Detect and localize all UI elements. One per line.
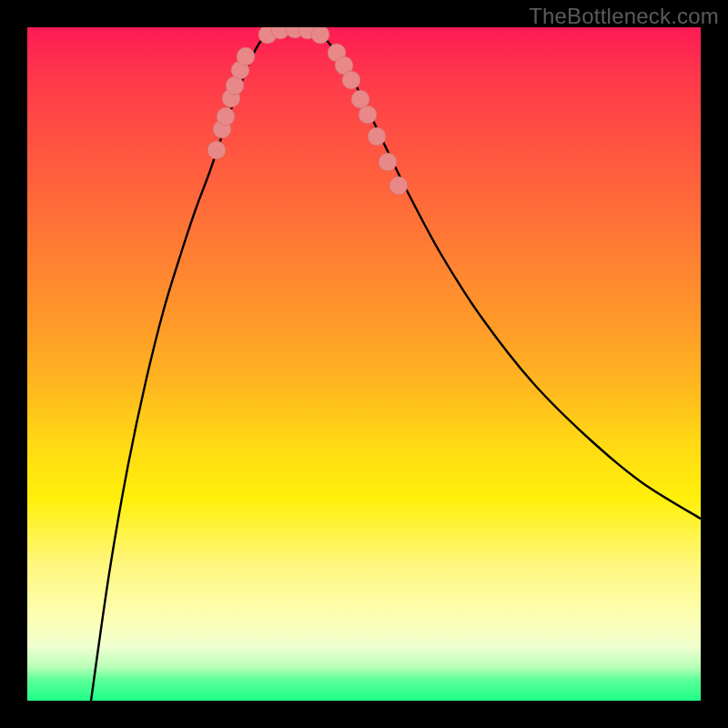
- data-dot: [207, 141, 226, 159]
- data-dot: [359, 106, 377, 124]
- curve-svg: [27, 27, 701, 701]
- data-dot: [368, 127, 386, 146]
- bottleneck-curve: [91, 29, 701, 701]
- watermark-text: TheBottleneck.com: [529, 4, 719, 29]
- data-dot: [379, 153, 397, 171]
- data-dot: [237, 47, 255, 66]
- plot-area: [27, 27, 701, 701]
- data-dot: [389, 177, 408, 195]
- data-dot: [342, 71, 360, 89]
- dot-layer: [207, 27, 408, 195]
- data-dot: [217, 107, 235, 126]
- chart-frame: TheBottleneck.com: [0, 0, 728, 728]
- data-dot: [311, 27, 329, 44]
